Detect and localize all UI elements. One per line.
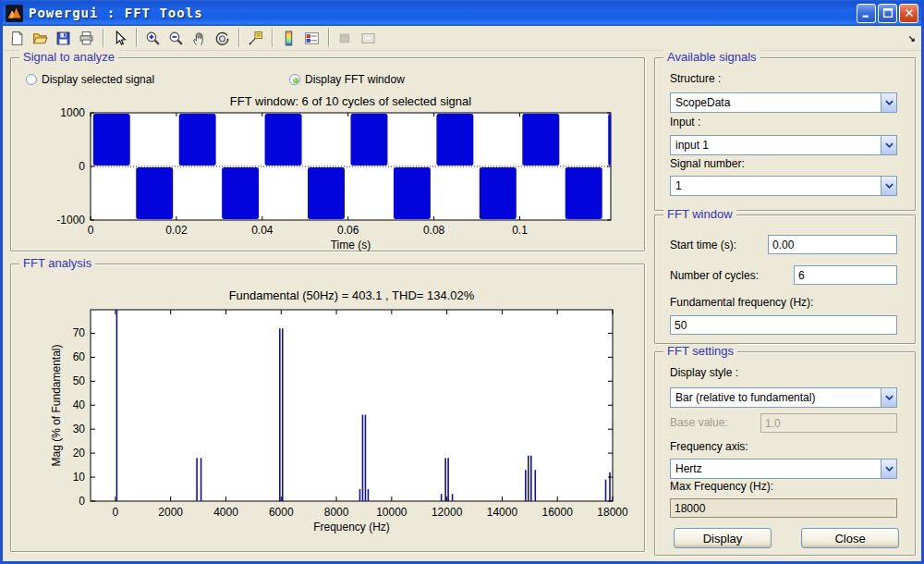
minimize-icon xyxy=(860,6,873,19)
data-cursor-button[interactable] xyxy=(245,28,266,48)
frequency-axis-value: Hertz xyxy=(671,460,881,478)
toolbar-separator xyxy=(238,29,239,47)
zoom-in-button[interactable] xyxy=(142,28,164,48)
svg-text:0.08: 0.08 xyxy=(423,224,445,237)
svg-text:20: 20 xyxy=(73,447,86,460)
fft-spectrum-chart: 0200040006000800010000120001400016000180… xyxy=(12,277,640,547)
fft-analysis-legend: FFT analysis xyxy=(19,256,95,270)
legend-icon xyxy=(304,31,320,46)
radio-label: Display selected signal xyxy=(42,73,154,86)
colorbar-icon xyxy=(281,31,297,46)
insert-legend-button[interactable] xyxy=(301,28,322,48)
signal-to-analyze-legend: Signal to analyze xyxy=(19,50,118,64)
new-file-button[interactable] xyxy=(6,28,28,48)
radio-circle-icon xyxy=(289,74,300,85)
rotate-3d-button[interactable] xyxy=(212,28,233,48)
svg-text:-1000: -1000 xyxy=(56,214,85,227)
chevron-down-icon xyxy=(881,93,896,112)
insert-colorbar-button[interactable] xyxy=(278,28,299,48)
base-value-label: Base value: xyxy=(670,416,728,429)
signal-number-select[interactable]: 1 xyxy=(670,176,897,196)
input-select[interactable]: input 1 xyxy=(670,135,897,155)
structure-label: Structure : xyxy=(670,72,721,85)
matlab-icon xyxy=(6,5,23,22)
structure-select[interactable]: ScopeData xyxy=(670,92,897,113)
svg-text:Time (s): Time (s) xyxy=(331,239,371,251)
print-button[interactable] xyxy=(76,28,97,48)
maximize-button[interactable] xyxy=(878,4,897,23)
start-time-input[interactable] xyxy=(768,235,897,254)
toolbar-overflow-arrow[interactable]: ↘ xyxy=(908,33,916,43)
svg-text:10000: 10000 xyxy=(376,506,407,519)
svg-text:0: 0 xyxy=(113,506,119,519)
close-button[interactable] xyxy=(899,4,918,23)
number-of-cycles-label: Number of cycles: xyxy=(670,269,759,282)
display-style-select[interactable]: Bar (relative to fundamental) xyxy=(670,387,897,408)
close-icon xyxy=(903,6,916,19)
chevron-down-icon xyxy=(881,177,896,195)
input-value: input 1 xyxy=(671,136,881,154)
svg-text:10: 10 xyxy=(73,471,86,484)
svg-text:0.04: 0.04 xyxy=(251,224,274,237)
svg-text:0.02: 0.02 xyxy=(165,224,188,237)
data-cursor-icon xyxy=(248,31,263,46)
svg-text:8000: 8000 xyxy=(324,506,349,519)
svg-text:0.06: 0.06 xyxy=(337,224,359,237)
display-selected-signal-radio[interactable]: Display selected signal xyxy=(26,73,154,86)
svg-text:14000: 14000 xyxy=(487,506,518,519)
svg-text:18000: 18000 xyxy=(597,506,628,519)
open-folder-icon xyxy=(32,31,48,46)
signal-number-label: Signal number: xyxy=(670,157,745,170)
arrow-cursor-icon xyxy=(112,31,128,46)
zoom-out-icon xyxy=(168,31,184,46)
svg-text:40: 40 xyxy=(73,398,86,411)
chevron-down-icon xyxy=(881,460,896,478)
frequency-axis-select[interactable]: Hertz xyxy=(670,459,897,479)
available-signals-legend: Available signals xyxy=(663,50,760,64)
plot-browser-button xyxy=(334,28,356,48)
signal-waveform-chart: 00.020.040.060.080.110000-1000Time (s) xyxy=(12,88,640,252)
fft-window-legend: FFT window xyxy=(663,207,736,221)
chevron-down-icon xyxy=(881,388,896,407)
display-fft-window-radio[interactable]: Display FFT window xyxy=(289,73,405,86)
save-button[interactable] xyxy=(53,28,74,48)
svg-text:0: 0 xyxy=(88,224,94,237)
svg-text:16000: 16000 xyxy=(542,506,574,519)
number-of-cycles-input[interactable] xyxy=(794,265,897,285)
minimize-button[interactable] xyxy=(857,4,876,23)
zoom-in-icon xyxy=(145,31,161,46)
pan-button[interactable] xyxy=(188,28,210,48)
radio-label: Display FFT window xyxy=(305,73,405,86)
svg-text:60: 60 xyxy=(73,350,86,363)
toolbar-separator xyxy=(136,29,137,47)
svg-text:Mag (% of Fundamental): Mag (% of Fundamental) xyxy=(50,344,63,466)
toolbar-separator xyxy=(272,29,273,47)
close-action-button[interactable]: Close xyxy=(801,528,899,548)
max-frequency-label: Max Frequency (Hz): xyxy=(670,480,773,493)
open-file-button[interactable] xyxy=(30,28,51,48)
toolbar: ↘ xyxy=(3,26,921,51)
max-frequency-input[interactable] xyxy=(670,498,897,518)
structure-value: ScopeData xyxy=(671,93,881,112)
maximize-icon xyxy=(881,6,894,19)
fundamental-frequency-input[interactable] xyxy=(670,315,897,335)
svg-text:Frequency (Hz): Frequency (Hz) xyxy=(313,521,390,533)
radio-circle-icon xyxy=(26,74,37,85)
display-button[interactable]: Display xyxy=(674,528,772,548)
fft-settings-group: FFT settings xyxy=(654,351,916,556)
pointer-tool-button[interactable] xyxy=(109,28,130,48)
svg-text:1000: 1000 xyxy=(60,106,85,119)
frequency-axis-label: Frequency axis: xyxy=(670,440,748,453)
window-title: Powergui : FFT Tools xyxy=(29,6,851,20)
rotate-3d-icon xyxy=(214,31,230,46)
svg-text:12000: 12000 xyxy=(432,506,463,519)
svg-text:4000: 4000 xyxy=(213,506,238,519)
plot-browser-icon xyxy=(337,31,353,46)
svg-text:6000: 6000 xyxy=(269,506,294,519)
svg-text:0: 0 xyxy=(79,160,85,173)
property-editor-icon xyxy=(360,31,376,46)
zoom-out-button[interactable] xyxy=(165,28,187,48)
svg-text:2000: 2000 xyxy=(158,506,183,519)
powergui-fft-tools-window: Powergui : FFT Tools xyxy=(0,0,924,564)
input-label: Input : xyxy=(670,116,700,129)
